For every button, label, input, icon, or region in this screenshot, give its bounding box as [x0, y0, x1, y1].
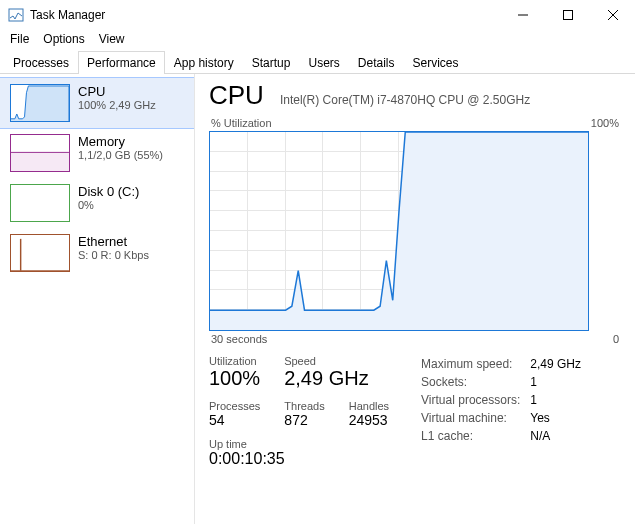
menubar: File Options View: [0, 30, 635, 50]
stats-block: Utilization 100% Speed 2,49 GHz Processe…: [209, 355, 621, 468]
utilization-label: Utilization: [209, 355, 260, 367]
menu-view[interactable]: View: [99, 32, 125, 46]
sidebar-cpu-sub: 100% 2,49 GHz: [78, 99, 156, 111]
svg-rect-2: [563, 11, 572, 20]
svg-marker-9: [210, 132, 588, 330]
details-table: Maximum speed:2,49 GHz Sockets:1 Virtual…: [419, 355, 591, 447]
vm-value: Yes: [530, 411, 589, 427]
window-controls: [500, 1, 635, 29]
tab-details[interactable]: Details: [349, 51, 404, 74]
memory-thumbnail-icon: [10, 134, 70, 172]
tab-strip: Processes Performance App history Startu…: [0, 50, 635, 74]
handles-value: 24953: [349, 412, 389, 428]
chart-wrap: % Utilization 100% 30 seconds 0: [209, 117, 621, 345]
sockets-value: 1: [530, 375, 589, 391]
app-icon: [8, 7, 24, 23]
sidebar-item-memory[interactable]: Memory 1,1/2,0 GB (55%): [0, 128, 194, 178]
chart-bottom-left-label: 30 seconds: [211, 333, 267, 345]
sidebar-disk-title: Disk 0 (C:): [78, 184, 139, 199]
sidebar-ethernet-sub: S: 0 R: 0 Kbps: [78, 249, 149, 261]
tab-services[interactable]: Services: [404, 51, 468, 74]
processes-label: Processes: [209, 400, 260, 412]
sidebar-item-cpu[interactable]: CPU 100% 2,49 GHz: [0, 77, 194, 129]
disk-thumbnail-icon: [10, 184, 70, 222]
uptime-label: Up time: [209, 438, 389, 450]
ethernet-thumbnail-icon: [10, 234, 70, 272]
content-area: CPU 100% 2,49 GHz Memory 1,1/2,0 GB (55%…: [0, 74, 635, 524]
tab-users[interactable]: Users: [299, 51, 348, 74]
handles-label: Handles: [349, 400, 389, 412]
vm-label: Virtual machine:: [421, 411, 528, 427]
maximize-button[interactable]: [545, 1, 590, 29]
page-title: CPU: [209, 80, 264, 111]
main-panel: CPU Intel(R) Core(TM) i7-4870HQ CPU @ 2.…: [195, 74, 635, 524]
svg-rect-5: [11, 152, 69, 171]
l1-label: L1 cache:: [421, 429, 528, 445]
titlebar[interactable]: Task Manager: [0, 0, 635, 30]
max-speed-value: 2,49 GHz: [530, 357, 589, 373]
chart-top-left-label: % Utilization: [211, 117, 272, 129]
page-subtitle: Intel(R) Core(TM) i7-4870HQ CPU @ 2.50GH…: [280, 93, 530, 107]
sidebar-item-disk[interactable]: Disk 0 (C:) 0%: [0, 178, 194, 228]
tab-app-history[interactable]: App history: [165, 51, 243, 74]
chart-top-right-label: 100%: [591, 117, 619, 129]
vprocs-label: Virtual processors:: [421, 393, 528, 409]
threads-value: 872: [284, 412, 324, 428]
close-button[interactable]: [590, 1, 635, 29]
sockets-label: Sockets:: [421, 375, 528, 391]
uptime-value: 0:00:10:35: [209, 450, 389, 468]
sidebar-memory-title: Memory: [78, 134, 163, 149]
task-manager-window: Task Manager File Options View Processes…: [0, 0, 635, 528]
speed-label: Speed: [284, 355, 368, 367]
cpu-utilization-chart[interactable]: [209, 131, 589, 331]
vprocs-value: 1: [530, 393, 589, 409]
sidebar-ethernet-title: Ethernet: [78, 234, 149, 249]
utilization-value: 100%: [209, 367, 260, 390]
sidebar-item-ethernet[interactable]: Ethernet S: 0 R: 0 Kbps: [0, 228, 194, 278]
window-title: Task Manager: [30, 8, 500, 22]
tab-startup[interactable]: Startup: [243, 51, 300, 74]
sidebar-memory-sub: 1,1/2,0 GB (55%): [78, 149, 163, 161]
tab-processes[interactable]: Processes: [4, 51, 78, 74]
cpu-thumbnail-icon: [10, 84, 70, 122]
l1-value: N/A: [530, 429, 589, 445]
threads-label: Threads: [284, 400, 324, 412]
processes-value: 54: [209, 412, 260, 428]
menu-file[interactable]: File: [10, 32, 29, 46]
chart-bottom-right-label: 0: [613, 333, 619, 345]
speed-value: 2,49 GHz: [284, 367, 368, 390]
sidebar-disk-sub: 0%: [78, 199, 139, 211]
sidebar: CPU 100% 2,49 GHz Memory 1,1/2,0 GB (55%…: [0, 74, 195, 524]
tab-performance[interactable]: Performance: [78, 51, 165, 74]
menu-options[interactable]: Options: [43, 32, 84, 46]
max-speed-label: Maximum speed:: [421, 357, 528, 373]
sidebar-cpu-title: CPU: [78, 84, 156, 99]
minimize-button[interactable]: [500, 1, 545, 29]
